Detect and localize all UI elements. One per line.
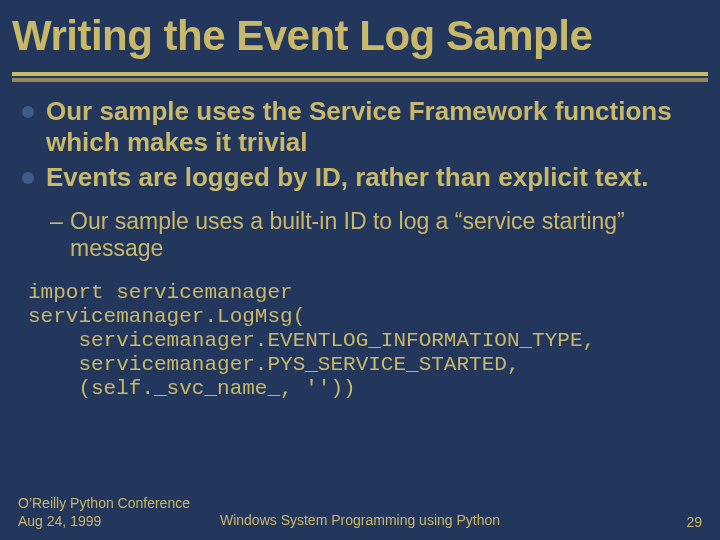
sub-bullet-text: Our sample uses a built-in ID to log a “… [70,208,625,262]
title-underline [0,72,720,82]
footer-left: O’Reilly Python Conference Aug 24, 1999 [18,495,190,530]
bullet-text: Our sample uses the Service Framework fu… [46,96,672,157]
footer-center: Windows System Programming using Python [220,512,500,528]
sub-bullet-list: – Our sample uses a built-in ID to log a… [50,208,698,263]
bullet-dot-icon [22,106,34,118]
code-block: import servicemanager servicemanager.Log… [28,281,698,402]
slide-footer: O’Reilly Python Conference Aug 24, 1999 … [0,495,720,530]
slide-body: Our sample uses the Service Framework fu… [0,82,720,401]
bullet-list: Our sample uses the Service Framework fu… [22,96,698,194]
bullet-item: Our sample uses the Service Framework fu… [22,96,698,158]
bullet-dot-icon [22,172,34,184]
footer-page-number: 29 [686,514,702,530]
bullet-item: Events are logged by ID, rather than exp… [22,162,698,193]
slide-title: Writing the Event Log Sample [12,14,708,58]
bullet-text: Events are logged by ID, rather than exp… [46,162,649,192]
footer-conference: O’Reilly Python Conference [18,495,190,513]
footer-date: Aug 24, 1999 [18,513,190,531]
sub-bullet-item: – Our sample uses a built-in ID to log a… [50,208,698,263]
dash-icon: – [50,208,63,236]
